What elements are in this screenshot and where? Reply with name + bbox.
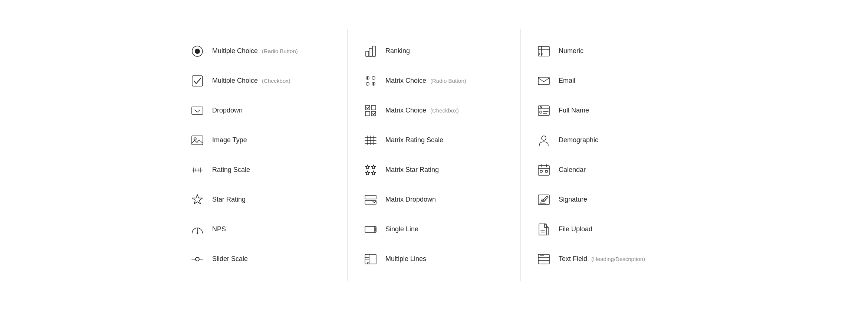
item-star-rating[interactable]: Star Rating — [189, 185, 332, 215]
item-label: Signature — [559, 196, 587, 203]
ranking-icon — [362, 43, 379, 59]
svg-rect-52 — [538, 77, 549, 85]
item-text-field[interactable]: Text Field (Heading/Description) — [536, 244, 679, 274]
svg-rect-18 — [369, 48, 372, 56]
svg-point-59 — [542, 136, 546, 140]
item-matrix-dropdown[interactable]: Matrix Dropdown — [362, 185, 506, 215]
svg-rect-45 — [365, 254, 376, 264]
rating-scale-icon — [189, 162, 206, 178]
matrix-star-icon — [362, 162, 379, 178]
item-multiple-choice-radio[interactable]: Multiple Choice (Radio Button) — [189, 36, 332, 66]
svg-point-23 — [366, 82, 369, 85]
svg-marker-36 — [365, 165, 370, 169]
item-signature[interactable]: Signature — [536, 185, 679, 215]
item-label: Image Type — [212, 136, 247, 144]
item-label: Text Field (Heading/Description) — [559, 255, 645, 263]
matrix-dropdown-icon — [362, 192, 379, 208]
item-numeric[interactable]: 1 2 Numeric — [536, 36, 679, 66]
svg-point-58 — [540, 111, 542, 113]
svg-marker-11 — [192, 195, 203, 204]
item-label: Rating Scale — [212, 166, 250, 174]
item-image-type[interactable]: Image Type — [189, 125, 332, 155]
svg-rect-19 — [372, 46, 375, 56]
item-file-upload[interactable]: File Upload — [536, 215, 679, 244]
svg-rect-17 — [366, 51, 369, 56]
item-label: Calendar — [559, 166, 586, 174]
item-matrix-choice-checkbox[interactable]: Matrix Choice (Checkbox) — [362, 96, 506, 125]
item-multiple-lines[interactable]: Multiple Lines — [362, 244, 506, 274]
matrix-rating-icon — [362, 132, 379, 149]
numeric-icon: 1 2 — [536, 43, 552, 59]
item-label: Star Rating — [212, 196, 246, 203]
item-label: Single Line — [385, 225, 418, 233]
item-label: Dropdown — [212, 107, 243, 114]
svg-rect-26 — [365, 105, 370, 110]
item-matrix-rating-scale[interactable]: Matrix Rating Scale — [362, 125, 506, 155]
nps-icon — [189, 221, 206, 238]
file-upload-icon — [536, 221, 552, 238]
svg-rect-65 — [545, 170, 548, 172]
dropdown-icon — [189, 102, 206, 119]
svg-rect-64 — [540, 170, 542, 172]
calendar-icon — [536, 162, 552, 178]
item-calendar[interactable]: Calendar — [536, 155, 679, 185]
slider-icon — [189, 251, 206, 267]
svg-point-13 — [197, 232, 198, 234]
item-demographic[interactable]: Demographic — [536, 125, 679, 155]
full-name-icon — [536, 102, 552, 119]
svg-rect-27 — [371, 105, 376, 110]
svg-rect-28 — [365, 111, 370, 116]
matrix-checkbox-icon — [362, 102, 379, 119]
item-multiple-choice-checkbox[interactable]: Multiple Choice (Checkbox) — [189, 66, 332, 96]
item-matrix-star-rating[interactable]: Matrix Star Rating — [362, 155, 506, 185]
column-3: 1 2 Numeric Email — [521, 29, 694, 281]
column-1: Multiple Choice (Radio Button) Multiple … — [174, 29, 348, 281]
item-label: Full Name — [559, 107, 589, 114]
item-label: Email — [559, 77, 575, 85]
item-ranking[interactable]: Ranking — [362, 36, 506, 66]
item-nps[interactable]: NPS — [189, 215, 332, 244]
svg-rect-29 — [371, 111, 376, 116]
item-label: Multiple Lines — [385, 255, 426, 263]
item-dropdown[interactable]: Dropdown — [189, 96, 332, 125]
item-single-line[interactable]: Single Line — [362, 215, 506, 244]
svg-point-55 — [540, 107, 542, 108]
item-label: NPS — [212, 225, 226, 233]
item-email[interactable]: Email — [536, 66, 679, 96]
demographic-icon — [536, 132, 552, 149]
svg-marker-39 — [371, 171, 376, 175]
signature-icon — [536, 192, 552, 208]
column-2: Ranking Matrix Choice (Radio Button) — [348, 29, 521, 281]
item-matrix-choice-radio[interactable]: Matrix Choice (Radio Button) — [362, 66, 506, 96]
item-label: Demographic — [559, 136, 598, 144]
item-label: Multiple Choice (Checkbox) — [212, 77, 290, 85]
star-icon — [189, 192, 206, 208]
item-label: Matrix Rating Scale — [385, 136, 443, 144]
checkbox-icon — [189, 73, 206, 89]
svg-rect-68 — [539, 224, 546, 235]
single-line-icon — [362, 221, 379, 238]
item-full-name[interactable]: Full Name — [536, 96, 679, 125]
svg-rect-4 — [192, 136, 203, 145]
multiple-lines-icon — [362, 251, 379, 267]
item-rating-scale[interactable]: Rating Scale — [189, 155, 332, 185]
matrix-radio-icon — [362, 73, 379, 89]
item-label: Matrix Star Rating — [385, 166, 439, 174]
radio-icon — [189, 43, 206, 59]
svg-point-25 — [373, 83, 374, 85]
text-field-icon — [536, 251, 552, 267]
svg-rect-40 — [365, 195, 376, 199]
svg-marker-38 — [365, 171, 370, 175]
item-slider-scale[interactable]: Slider Scale — [189, 244, 332, 274]
item-label: Numeric — [559, 47, 583, 55]
item-label: Matrix Choice (Checkbox) — [385, 107, 459, 114]
item-label: Multiple Choice (Radio Button) — [212, 47, 298, 55]
question-type-grid: Multiple Choice (Radio Button) Multiple … — [174, 29, 694, 281]
svg-point-21 — [367, 77, 368, 79]
svg-point-1 — [195, 49, 200, 54]
svg-rect-3 — [192, 107, 203, 114]
svg-text:1 2: 1 2 — [539, 52, 543, 55]
email-icon — [536, 73, 552, 89]
image-icon — [189, 132, 206, 149]
svg-point-5 — [194, 138, 196, 140]
